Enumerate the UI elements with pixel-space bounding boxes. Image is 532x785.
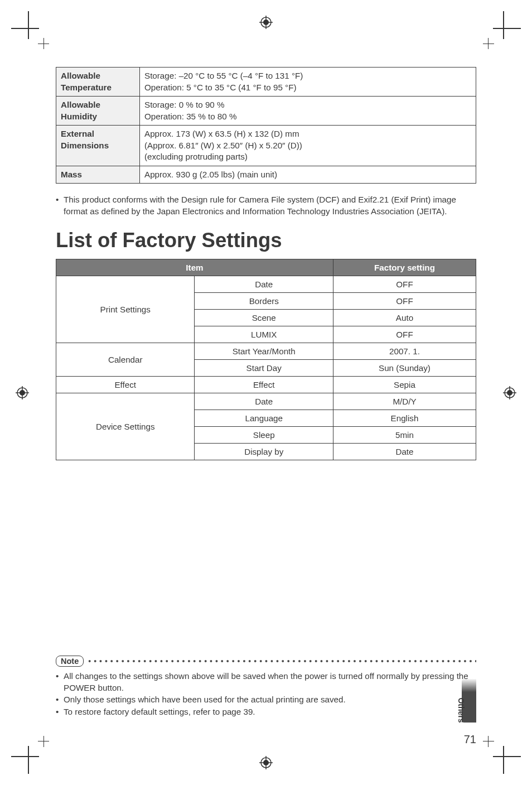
setting-cell: 2007. 1.: [333, 343, 476, 359]
crop-mark: [38, 44, 49, 44]
group-cell: Calendar: [56, 343, 195, 376]
note-label: Note: [56, 656, 84, 667]
crop-mark: [38, 741, 49, 741]
table-row: Effect Effect Sepia: [56, 376, 476, 393]
crop-mark: [503, 11, 504, 39]
spec-value: Storage: 0 % to 90 % Operation: 35 % to …: [140, 97, 476, 126]
conformance-note: • This product conforms with the Design …: [56, 194, 476, 218]
item-cell: LUMIX: [195, 326, 333, 343]
crop-mark: [488, 736, 489, 747]
spec-label-text: Allowable Temperature: [61, 71, 112, 92]
spec-label: Allowable Humidity: [56, 97, 140, 126]
crop-mark: [11, 28, 39, 29]
item-cell: Scene: [195, 309, 333, 326]
page-number: 71: [464, 733, 476, 746]
spec-label: Mass: [56, 166, 140, 184]
crop-mark: [28, 746, 29, 774]
spec-value-text: Approx. 930 g (2.05 lbs) (main unit): [144, 170, 277, 179]
header-setting: Factory setting: [333, 259, 476, 276]
setting-cell: English: [333, 410, 476, 426]
setting-cell: Sun (Sunday): [333, 359, 476, 376]
conformance-text: This product conforms with the Design ru…: [64, 194, 476, 218]
registration-mark-icon: [259, 756, 273, 769]
spec-label-text: External Dimensions: [61, 129, 109, 150]
item-cell: Borders: [195, 292, 333, 309]
spec-label: Allowable Temperature: [56, 68, 140, 97]
registration-mark-icon: [259, 16, 273, 29]
item-cell: Language: [195, 410, 333, 426]
crop-mark: [11, 756, 39, 757]
specifications-table: Allowable Temperature Storage: –20 °C to…: [56, 67, 476, 184]
setting-cell: OFF: [333, 292, 476, 309]
setting-cell: OFF: [333, 276, 476, 292]
crop-mark: [493, 756, 521, 757]
note-dotline: ••••••••••••••••••••••••••••••••••••••••…: [88, 657, 476, 666]
note-text: All changes to the settings shown above …: [64, 670, 476, 694]
registration-mark-icon: [16, 386, 29, 399]
group-cell: Print Settings: [56, 276, 195, 343]
crop-mark: [493, 28, 521, 29]
group-cell: Device Settings: [56, 393, 195, 460]
spec-label-text: Mass: [61, 170, 82, 179]
table-row: Print Settings Date OFF: [56, 276, 476, 292]
setting-cell: M/D/Y: [333, 393, 476, 410]
spec-label: External Dimensions: [56, 126, 140, 166]
crop-mark: [43, 736, 44, 747]
table-row: Device Settings Date M/D/Y: [56, 393, 476, 410]
factory-settings-table: Item Factory setting Print Settings Date…: [56, 259, 476, 460]
item-cell: Date: [195, 276, 333, 292]
setting-cell: 5min: [333, 426, 476, 443]
crop-mark: [483, 741, 494, 741]
table-row: External Dimensions Approx. 173 (W) x 63…: [56, 126, 476, 166]
table-row: Calendar Start Year/Month 2007. 1.: [56, 343, 476, 359]
spec-label-text: Allowable Humidity: [61, 100, 100, 121]
crop-mark: [28, 11, 29, 39]
spec-value: Storage: –20 °C to 55 °C (–4 °F to 131 °…: [140, 68, 476, 97]
setting-cell: Auto: [333, 309, 476, 326]
spec-value-text: Approx. 173 (W) x 63.5 (H) x 132 (D) mm …: [144, 129, 302, 161]
table-row: Mass Approx. 930 g (2.05 lbs) (main unit…: [56, 166, 476, 184]
item-cell: Start Year/Month: [195, 343, 333, 359]
spec-value: Approx. 173 (W) x 63.5 (H) x 132 (D) mm …: [140, 126, 476, 166]
table-header-row: Item Factory setting: [56, 259, 476, 276]
note-body: •All changes to the settings shown above…: [56, 670, 476, 717]
setting-cell: OFF: [333, 326, 476, 343]
item-cell: Start Day: [195, 359, 333, 376]
spec-value: Approx. 930 g (2.05 lbs) (main unit): [140, 166, 476, 184]
spec-value-text: Storage: 0 % to 90 % Operation: 35 % to …: [144, 100, 236, 121]
crop-mark: [483, 44, 494, 44]
item-cell: Sleep: [195, 426, 333, 443]
item-cell: Date: [195, 393, 333, 410]
note-text: Only those settings which have been used…: [64, 694, 346, 705]
table-row: Allowable Humidity Storage: 0 % to 90 % …: [56, 97, 476, 126]
table-row: Allowable Temperature Storage: –20 °C to…: [56, 68, 476, 97]
item-cell: Display by: [195, 443, 333, 460]
section-tab-label: Others: [457, 694, 466, 727]
spec-value-text: Storage: –20 °C to 55 °C (–4 °F to 131 °…: [144, 71, 303, 92]
note-text: To restore factory default settings, ref…: [64, 706, 255, 717]
header-item: Item: [56, 259, 333, 276]
registration-mark-icon: [503, 386, 516, 399]
page-title: List of Factory Settings: [56, 229, 476, 252]
setting-cell: Date: [333, 443, 476, 460]
crop-mark: [503, 746, 504, 774]
note-header: Note •••••••••••••••••••••••••••••••••••…: [56, 656, 476, 667]
item-cell: Effect: [195, 376, 333, 393]
group-cell: Effect: [56, 376, 195, 393]
setting-cell: Sepia: [333, 376, 476, 393]
